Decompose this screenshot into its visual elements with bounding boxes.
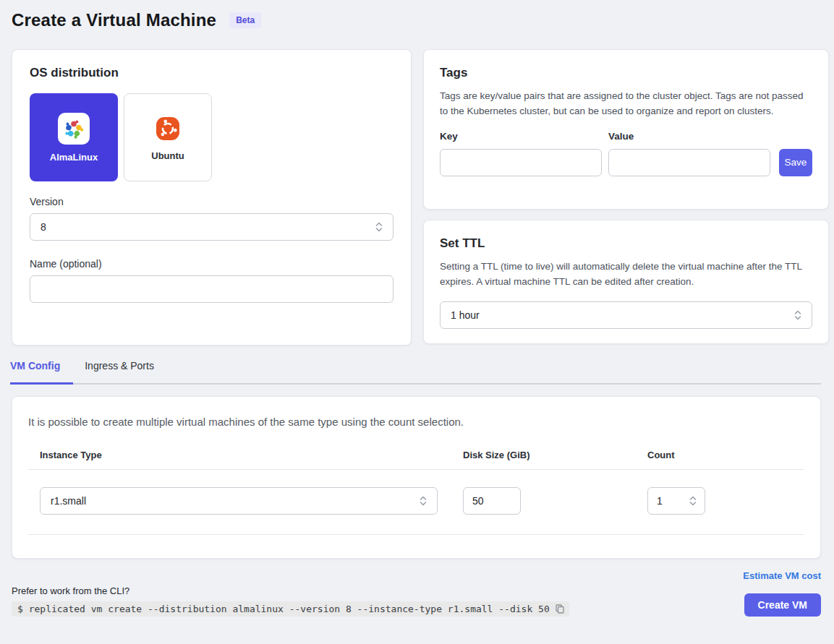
count-stepper[interactable]: 1: [647, 487, 705, 515]
vm-table-header: Instance Type Disk Size (GiB) Count: [28, 450, 804, 469]
copy-icon[interactable]: [555, 604, 565, 614]
table-divider: [28, 534, 804, 535]
chevron-updown-icon: [793, 309, 803, 321]
estimate-row: Estimate VM cost: [12, 569, 821, 582]
ttl-card-title: Set TTL: [440, 236, 812, 251]
count-value: 1: [657, 495, 663, 507]
vm-config-card: It is possible to create multiple virtua…: [12, 396, 821, 559]
os-distribution-card: OS distribution: [12, 49, 412, 345]
tile-label-almalinux: AlmaLinux: [50, 152, 98, 163]
chevron-updown-icon: [688, 495, 698, 507]
almalinux-logo-icon: [58, 113, 90, 145]
version-select[interactable]: 8: [30, 213, 393, 241]
vm-table-row: r1.small 1: [28, 470, 804, 534]
disk-size-input[interactable]: [463, 487, 521, 515]
tags-card-title: Tags: [440, 66, 812, 80]
beta-badge: Beta: [229, 12, 261, 28]
save-tag-button[interactable]: Save: [779, 149, 812, 176]
vm-config-note: It is possible to create multiple virtua…: [28, 416, 804, 428]
tag-value-field: Value: [608, 131, 770, 176]
disk-size-cell: [463, 487, 647, 515]
cli-command-block: $ replicated vm create --distribution al…: [12, 601, 569, 617]
page-header: Create a Virtual Machine Beta: [12, 10, 821, 30]
tags-card-description: Tags are key/value pairs that are assign…: [440, 89, 812, 119]
chevron-updown-icon: [418, 495, 428, 507]
column-header-count: Count: [647, 450, 804, 460]
tag-key-label: Key: [440, 131, 602, 142]
set-ttl-card: Set TTL Setting a TTL (time to live) wil…: [423, 220, 829, 344]
ttl-card-description: Setting a TTL (time to live) will automa…: [440, 259, 812, 290]
column-header-disk-size: Disk Size (GiB): [463, 450, 647, 460]
tag-value-input[interactable]: [608, 149, 770, 176]
top-section: OS distribution: [12, 49, 821, 345]
ttl-select[interactable]: 1 hour: [440, 301, 812, 329]
tag-key-input[interactable]: [440, 149, 602, 176]
right-column: Tags Tags are key/value pairs that are a…: [423, 49, 829, 345]
tags-form: Key Value Save: [440, 131, 812, 176]
tab-ingress-ports[interactable]: Ingress & Ports: [73, 360, 166, 383]
instance-type-select[interactable]: r1.small: [40, 487, 438, 515]
version-label: Version: [30, 196, 393, 207]
os-card-title: OS distribution: [30, 66, 393, 80]
distribution-tile-ubuntu[interactable]: Ubuntu: [124, 93, 212, 181]
tag-value-label: Value: [608, 131, 770, 142]
cli-command-text: $ replicated vm create --distribution al…: [17, 604, 550, 614]
tag-key-field: Key: [440, 131, 602, 176]
footer-row: Prefer to work from the CLI? $ replicate…: [12, 585, 821, 617]
page-title: Create a Virtual Machine: [12, 10, 216, 30]
create-vm-button[interactable]: Create VM: [744, 593, 821, 617]
distribution-tiles: AlmaLinux: [30, 93, 393, 181]
tab-vm-config[interactable]: VM Config: [10, 360, 73, 385]
ubuntu-logo-icon: [153, 114, 182, 143]
estimate-vm-cost-link[interactable]: Estimate VM cost: [743, 570, 821, 581]
distribution-tile-almalinux[interactable]: AlmaLinux: [30, 93, 118, 181]
instance-type-cell: r1.small: [40, 487, 463, 515]
count-cell: 1: [647, 487, 804, 515]
cli-prompt-label: Prefer to work from the CLI?: [12, 585, 569, 596]
tile-label-ubuntu: Ubuntu: [151, 150, 184, 161]
chevron-updown-icon: [374, 221, 384, 233]
create-vm-page: Create a Virtual Machine Beta OS distrib…: [0, 0, 834, 617]
cli-section: Prefer to work from the CLI? $ replicate…: [12, 585, 569, 617]
tab-bar: VM Config Ingress & Ports: [12, 360, 821, 385]
name-input[interactable]: [30, 275, 393, 303]
ttl-select-value: 1 hour: [451, 309, 480, 321]
tags-card: Tags Tags are key/value pairs that are a…: [423, 49, 829, 210]
name-label: Name (optional): [30, 258, 393, 270]
column-header-instance-type: Instance Type: [40, 450, 463, 460]
version-select-value: 8: [41, 221, 46, 233]
instance-type-value: r1.small: [51, 495, 86, 507]
